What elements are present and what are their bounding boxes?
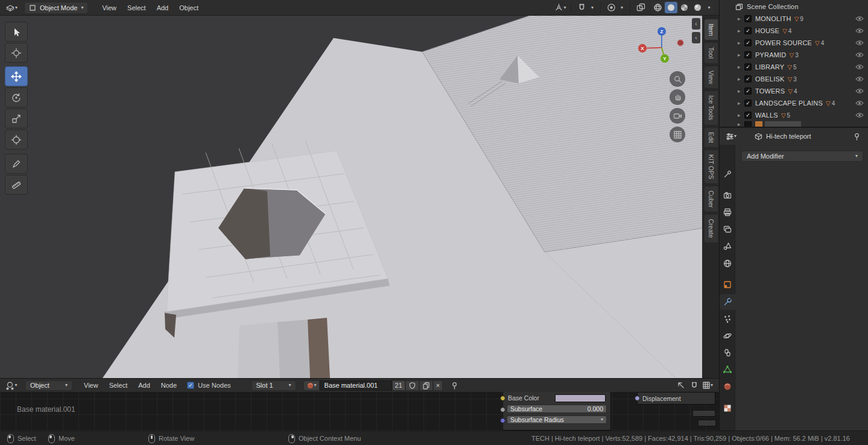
tool-measure[interactable] [5, 175, 28, 195]
collection-checkbox[interactable]: ✓ [744, 39, 752, 46]
visibility-eye-icon[interactable] [855, 76, 864, 82]
collection-checkbox[interactable]: ✓ [744, 99, 752, 107]
tab-item[interactable]: Item [705, 19, 718, 40]
menu-object[interactable]: Object [174, 4, 204, 11]
tool-scale[interactable] [5, 109, 28, 128]
outliner-row[interactable]: ▸ ✓ OBELISK ▽3 [720, 73, 868, 85]
snap-toggle[interactable] [575, 2, 588, 14]
socket-color[interactable] [500, 396, 505, 401]
outliner-row[interactable]: ▸ ✓ HOUSE ▽4 [720, 25, 868, 37]
menu-select[interactable]: Select [104, 382, 133, 389]
slot-dropdown[interactable]: Slot 1 ▾ [252, 380, 296, 391]
use-nodes-toggle[interactable]: ✓ Use Nodes [187, 382, 230, 389]
camera-view-button[interactable] [670, 108, 685, 124]
snap-cursor-button[interactable] [674, 379, 688, 391]
disclosure-icon[interactable]: ▸ [738, 88, 744, 94]
node-row-subsurface-radius[interactable]: Subsurface Radius ▾ [503, 414, 610, 425]
visibility-eye-icon[interactable] [855, 40, 864, 46]
gizmo-dropdown[interactable]: ▾ [554, 2, 567, 14]
menu-add[interactable]: Add [133, 382, 156, 389]
tab-physics[interactable] [720, 328, 735, 344]
shading-wireframe-button[interactable] [651, 2, 664, 13]
visibility-eye-icon[interactable] [855, 64, 864, 70]
disclosure-icon[interactable]: ▸ [738, 16, 744, 22]
tab-scene[interactable] [720, 238, 735, 254]
editor-type-button[interactable]: ▾ [5, 2, 18, 14]
disclosure-icon[interactable]: ▸ [738, 64, 744, 70]
shader-type-dropdown[interactable]: Object ▾ [25, 380, 72, 391]
proportional-editing-toggle[interactable] [604, 2, 618, 14]
node-row-base-color[interactable]: Base Color [503, 393, 610, 403]
use-nodes-checkbox[interactable]: ✓ [187, 382, 194, 389]
node-row-displacement[interactable]: Displacement [638, 393, 715, 404]
gizmo-negative-axis[interactable] [677, 40, 683, 46]
tab-render[interactable] [720, 188, 735, 203]
disclosure-icon[interactable]: ▸ [738, 112, 744, 118]
pin-button[interactable] [448, 379, 461, 391]
disclosure-icon[interactable]: ▸ [738, 52, 744, 58]
outliner[interactable]: Scene Collection ▸ ✓ MONOLITH ▽9 ▸ ✓ HOU… [720, 0, 868, 127]
collection-checkbox[interactable]: ✓ [744, 63, 752, 71]
shader-editor[interactable]: ▾ Object ▾ View Select Add Node ✓ Use No… [0, 378, 719, 431]
tab-material[interactable] [720, 379, 735, 394]
visibility-eye-icon[interactable] [855, 52, 864, 58]
overlays-dropdown[interactable]: ▾ [701, 379, 714, 391]
tab-view[interactable]: View [705, 66, 718, 89]
tool-cursor[interactable] [5, 43, 28, 63]
tab-texture[interactable] [720, 400, 735, 416]
menu-select[interactable]: Select [122, 4, 151, 11]
collapsed-node-stub[interactable] [698, 420, 716, 426]
tab-create[interactable]: Create [705, 215, 718, 242]
socket-displacement[interactable] [635, 396, 640, 401]
collection-checkbox[interactable]: ✓ [744, 27, 752, 34]
tool-transform[interactable] [5, 130, 28, 150]
tab-edit[interactable]: Edit [705, 128, 718, 147]
pin-button[interactable] [850, 130, 863, 142]
tab-ice-tools[interactable]: Ice Tools [705, 91, 718, 124]
collection-checkbox[interactable]: ✓ [744, 15, 752, 22]
object-mode-dropdown[interactable]: Object Mode ▾ [24, 2, 88, 14]
region-toggle-arrow[interactable]: ‹ [692, 18, 700, 30]
unlink-material-button[interactable]: × [433, 380, 443, 391]
material-output-node[interactable]: Displacement [637, 392, 715, 405]
shading-rendered-button[interactable] [691, 2, 704, 13]
tool-annotate[interactable] [5, 154, 28, 174]
tab-tool[interactable] [720, 166, 735, 182]
tab-object[interactable] [720, 277, 735, 292]
outliner-row[interactable]: ▸ ✓ POWER SOURCE ▽4 [720, 37, 868, 49]
tab-kit-ops[interactable]: KIT OPS [705, 150, 718, 183]
base-color-swatch[interactable] [555, 394, 606, 402]
proportional-options-dropdown[interactable]: ▾ [618, 2, 626, 14]
subsurface-radius-field[interactable]: Subsurface Radius ▾ [507, 415, 607, 424]
visibility-eye-icon[interactable] [855, 100, 864, 106]
collection-checkbox[interactable]: ✓ [744, 51, 752, 58]
tab-constraints[interactable] [720, 345, 735, 361]
xray-toggle[interactable] [634, 2, 647, 14]
zoom-button[interactable] [670, 71, 685, 87]
snap-toggle[interactable] [688, 379, 701, 391]
shading-dropdown[interactable]: ▾ [705, 2, 714, 13]
collection-checkbox[interactable]: ✓ [744, 112, 752, 119]
tab-object-data[interactable] [720, 362, 735, 377]
material-name-field[interactable]: Base material.001 [320, 380, 392, 391]
add-modifier-button[interactable]: Add Modifier ▾ [741, 151, 863, 162]
tab-particles[interactable] [720, 311, 735, 327]
disclosure-icon[interactable]: ▸ [738, 40, 744, 46]
tool-move[interactable] [5, 66, 28, 86]
3d-viewport[interactable]: ▾ Object Mode ▾ View Select Add Object ▾ [0, 0, 719, 378]
shading-solid-button[interactable] [665, 2, 677, 13]
collapsed-node-stub[interactable] [692, 410, 715, 417]
tab-tool[interactable]: Tool [705, 43, 718, 63]
subsurface-slider[interactable]: Subsurface 0.000 [507, 405, 607, 413]
visibility-eye-icon[interactable] [855, 88, 864, 94]
menu-view[interactable]: View [97, 4, 122, 11]
collection-checkbox[interactable]: ✓ [744, 75, 752, 83]
browse-material-button[interactable]: ▾ [303, 380, 320, 391]
tab-view-layer[interactable] [720, 221, 735, 237]
collection-checkbox[interactable]: ✓ [744, 87, 752, 95]
perspective-toggle-button[interactable] [670, 127, 685, 142]
outliner-row[interactable]: ▸ ✓ WALLS ▽5 [720, 109, 868, 121]
outliner-row[interactable]: ▸ ✓ PYRAMID ▽3 [720, 49, 868, 61]
scene-collection-row[interactable]: Scene Collection [720, 1, 868, 13]
node-row-subsurface[interactable]: Subsurface 0.000 [503, 403, 610, 414]
